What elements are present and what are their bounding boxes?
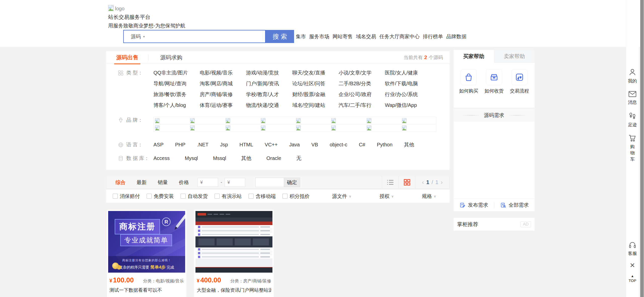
type-filter-item[interactable]: 导航/网址/查询 — [153, 80, 200, 91]
top-nav-link[interactable]: 网站寄售 — [333, 33, 353, 40]
all-demand-button[interactable]: 全部需求 — [494, 202, 535, 208]
scrollbar-thumb[interactable] — [640, 0, 644, 297]
confirm-button[interactable]: 确定 — [284, 178, 300, 187]
help-item-how-to-receive[interactable]: 如何收货 — [485, 69, 504, 94]
database-filter-item[interactable]: Mysql — [185, 155, 198, 161]
language-filter-item[interactable]: HTML — [239, 142, 253, 148]
type-filter-item[interactable]: 物流/快递/交通 — [246, 102, 292, 113]
type-filter-item[interactable]: 房产/商铺/装修 — [200, 91, 246, 102]
database-filter-item[interactable]: Access — [153, 155, 170, 161]
type-filter-item[interactable]: 门户/新闻/资讯 — [246, 80, 292, 91]
product-title[interactable]: 大型金融，保险资讯门户网站整站源码 — [197, 287, 271, 293]
language-filter-item[interactable]: VC++ — [265, 142, 277, 148]
top-nav-link[interactable]: 品牌数据 — [446, 33, 466, 40]
type-filter-item[interactable]: 二手/B2B/分类 — [339, 80, 385, 91]
filter-checkbox[interactable]: 消保赔付 — [113, 193, 140, 200]
type-filter-item[interactable]: 财经/股票/金融 — [292, 91, 339, 102]
search-button[interactable]: 搜 索 — [266, 30, 294, 43]
type-filter-item[interactable]: 游戏/动漫/竞技 — [246, 69, 292, 80]
sort-option[interactable]: 销量 — [158, 179, 168, 186]
type-filter-item[interactable]: 域名/空间/建站 — [292, 102, 339, 113]
product-card[interactable]: 商标注册 专业成就简单 R 商标注册没有你想象的那么难哦！ 复杂的程序只需要简单… — [107, 210, 186, 297]
type-filter-item[interactable]: 企业/公司/政府 — [339, 91, 385, 102]
database-filter-item[interactable]: Oracle — [266, 155, 281, 161]
checkbox-icon[interactable] — [181, 194, 186, 199]
brand-placeholder[interactable] — [295, 124, 330, 132]
type-filter-item[interactable]: 小说/文章/文学 — [339, 69, 385, 80]
brand-placeholder[interactable] — [224, 117, 260, 124]
checkbox-icon[interactable] — [249, 194, 254, 199]
type-filter-item[interactable]: 旅游/餐饮/票务 — [153, 91, 200, 102]
product-category[interactable]: 分类：电影/视频/音乐 — [143, 278, 184, 284]
brand-placeholder[interactable] — [260, 117, 295, 124]
type-filter-item[interactable]: 聊天/交友/直播 — [292, 69, 339, 80]
brand-placeholder[interactable] — [154, 117, 189, 124]
price-min-field[interactable]: ¥ — [197, 178, 218, 187]
checkbox-icon[interactable] — [113, 194, 118, 199]
product-title[interactable]: 测试一下数据看看可以不 — [109, 287, 184, 293]
page-scrollbar[interactable] — [640, 0, 644, 297]
type-filter-item[interactable]: 行业/办公/系统 — [385, 91, 431, 102]
brand-placeholder[interactable] — [330, 124, 365, 132]
type-filter-item[interactable]: QQ非主流/图片 — [153, 69, 200, 80]
type-filter-item[interactable]: 论坛/社区/问答 — [292, 80, 339, 91]
filter-checkbox[interactable]: 含移动端 — [249, 193, 276, 200]
list-view-button[interactable] — [382, 176, 398, 188]
brand-placeholder[interactable] — [189, 124, 224, 132]
type-filter-item[interactable]: 淘客/网店/商城 — [200, 80, 246, 91]
price-max-input[interactable] — [230, 180, 243, 185]
language-filter-item[interactable]: ASP — [153, 142, 164, 148]
checkbox-icon[interactable] — [283, 194, 288, 199]
top-nav-link[interactable]: 任务大厅商家中心 — [379, 33, 420, 40]
language-filter-item[interactable]: C# — [359, 142, 365, 148]
top-nav-link[interactable]: 集市 — [296, 33, 306, 40]
brand-placeholder[interactable] — [366, 117, 401, 124]
language-filter-item[interactable]: VB — [311, 142, 318, 148]
language-filter-item[interactable]: Python — [377, 142, 392, 148]
sort-option[interactable]: 最新 — [137, 179, 147, 186]
product-category[interactable]: 分类：房产/商铺/装修 — [230, 278, 271, 284]
grid-view-button[interactable] — [398, 176, 415, 188]
help-item-how-to-buy[interactable]: 如何购买 — [459, 69, 478, 94]
language-filter-item[interactable]: .NET — [197, 142, 209, 148]
tab-seller-help[interactable]: 卖家帮助 — [494, 50, 535, 63]
filter-checkbox[interactable]: 积分抵价 — [283, 193, 310, 200]
search-category-select[interactable]: 源码 ▾ — [124, 30, 149, 43]
filter-checkbox[interactable]: 有演示站 — [215, 193, 242, 200]
price-min-input[interactable] — [203, 180, 215, 185]
filter-checkbox[interactable]: 免费安装 — [147, 193, 174, 200]
type-filter-item[interactable]: 汽车/二手/车行 — [339, 102, 385, 113]
brand-placeholder[interactable] — [401, 124, 436, 132]
brand-placeholder[interactable] — [154, 124, 189, 132]
tab-source-sell[interactable]: 源码出售 — [106, 51, 148, 64]
back-to-top-button[interactable]: ▲ TOP — [629, 274, 636, 283]
publish-demand-button[interactable]: 发布需求 — [454, 202, 494, 208]
language-filter-item[interactable]: object-c — [330, 142, 347, 148]
filter-dropdown[interactable]: 源文件 ∨ — [332, 193, 351, 200]
language-filter-item[interactable]: Java — [289, 142, 300, 148]
toolbar-cart[interactable]: 购物车 — [628, 134, 637, 163]
database-filter-item[interactable]: 其他 — [241, 155, 251, 162]
database-filter-item[interactable]: 无 — [296, 155, 301, 162]
type-filter-item[interactable]: 体育/运动/赛事 — [200, 102, 246, 113]
brand-placeholder[interactable] — [366, 124, 401, 132]
top-nav-link[interactable]: 排行榜单 — [423, 33, 443, 40]
filter-dropdown[interactable]: 规格 ∨ — [422, 193, 436, 200]
keyword-input[interactable] — [256, 178, 284, 187]
type-filter-item[interactable]: Wap/微信/App — [385, 102, 431, 113]
page-next-button[interactable]: › — [441, 179, 443, 186]
tab-source-buy[interactable]: 源码求购 — [149, 51, 194, 64]
checkbox-icon[interactable] — [147, 194, 152, 199]
filter-checkbox[interactable]: 自动发货 — [181, 193, 208, 200]
top-nav-link[interactable]: 域名交易 — [356, 33, 376, 40]
language-filter-item[interactable]: Jsp — [220, 142, 228, 148]
search-input[interactable] — [149, 30, 265, 43]
toolbar-messages[interactable]: 消息 — [628, 90, 637, 105]
sort-option-active[interactable]: 综合 — [115, 179, 126, 186]
brand-placeholder[interactable] — [295, 117, 330, 124]
help-item-trade-flow[interactable]: 交易流程 — [510, 69, 529, 94]
type-filter-item[interactable]: 软件/下载/电脑 — [385, 80, 431, 91]
toolbar-my-account[interactable]: 我的 — [628, 68, 637, 84]
language-filter-item[interactable]: PHP — [175, 142, 185, 148]
brand-placeholder[interactable] — [224, 124, 260, 132]
